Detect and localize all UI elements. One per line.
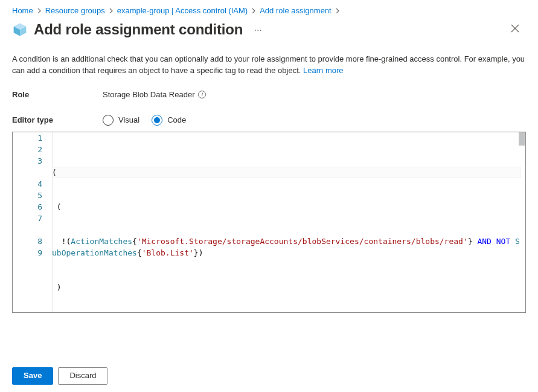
editor-type-label: Editor type	[12, 115, 103, 124]
info-icon[interactable]: i	[198, 91, 206, 98]
role-value: Storage Blob Data Reader i	[103, 90, 206, 99]
discard-button[interactable]: Discard	[58, 367, 107, 385]
close-button[interactable]	[509, 22, 521, 34]
line-number: 5	[13, 190, 42, 201]
radio-visual-label: Visual	[118, 115, 139, 124]
more-options-icon[interactable]: …	[254, 24, 263, 32]
chevron-right-icon	[109, 7, 114, 15]
line-number: 8	[13, 236, 42, 247]
save-button[interactable]: Save	[12, 367, 53, 385]
role-label: Role	[12, 90, 103, 99]
radio-icon	[103, 115, 114, 126]
radio-code-label: Code	[167, 115, 186, 124]
code-line: !(ActionMatches{'Microsoft.Storage/stora…	[52, 236, 520, 259]
footer-actions: Save Discard	[0, 360, 538, 392]
code-line: (	[52, 201, 520, 213]
line-number: 9	[13, 247, 42, 259]
code-gutter: 1 2 3 4 5 6 7 8 9	[13, 132, 52, 312]
chevron-right-icon	[335, 7, 340, 15]
scrollbar-thumb[interactable]	[519, 132, 525, 146]
code-area-content[interactable]: ( ( !(ActionMatches{'Microsoft.Storage/s…	[52, 132, 525, 312]
line-number: 1	[13, 132, 42, 144]
line-number: 4	[13, 178, 42, 190]
resource-cube-icon	[12, 22, 28, 37]
breadcrumb-home[interactable]: Home	[12, 6, 33, 15]
breadcrumb-add-role-assignment[interactable]: Add role assignment	[260, 6, 331, 15]
description-text: A condition is an additional check that …	[12, 54, 525, 75]
page-description: A condition is an additional check that …	[12, 54, 525, 77]
editor-type-field: Editor type Visual Code	[12, 115, 526, 126]
chevron-right-icon	[37, 7, 42, 15]
role-value-text: Storage Blob Data Reader	[103, 90, 194, 99]
line-number: 2	[13, 144, 42, 155]
page-header: Add role assignment condition …	[0, 21, 538, 40]
line-number: 3	[13, 155, 42, 178]
breadcrumb-resource-groups[interactable]: Resource groups	[45, 6, 105, 15]
line-number: 7	[13, 213, 42, 236]
role-field: Role Storage Blob Data Reader i	[12, 90, 526, 99]
radio-icon	[152, 115, 162, 126]
page-title: Add role assignment condition	[34, 21, 243, 38]
learn-more-link[interactable]: Learn more	[303, 66, 343, 75]
chevron-right-icon	[251, 7, 256, 15]
breadcrumb-example-group[interactable]: example-group | Access control (IAM)	[117, 6, 248, 15]
breadcrumb: Home Resource groups example-group | Acc…	[0, 0, 538, 21]
code-line: (	[52, 167, 520, 178]
code-line: )	[52, 281, 520, 293]
editor-type-code-radio[interactable]: Code	[152, 115, 186, 126]
main-content: A condition is an additional check that …	[0, 40, 538, 313]
code-editor[interactable]: 1 2 3 4 5 6 7 8 9 ( ( !(ActionMatches{'M…	[12, 132, 526, 313]
line-number: 6	[13, 201, 42, 213]
editor-type-visual-radio[interactable]: Visual	[103, 115, 139, 126]
editor-type-radio-group: Visual Code	[103, 115, 186, 126]
